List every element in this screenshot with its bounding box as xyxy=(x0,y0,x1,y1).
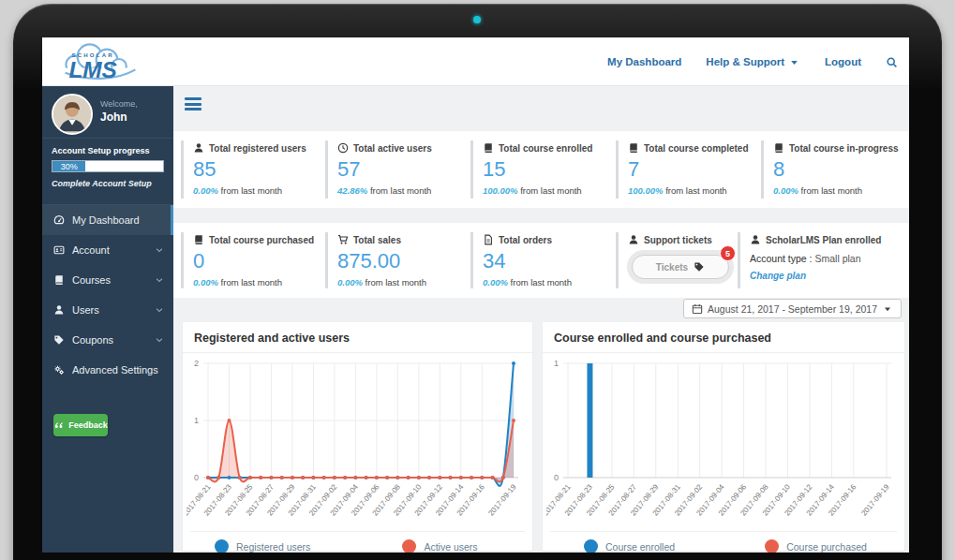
svg-text:2017-09-19: 2017-09-19 xyxy=(486,482,518,518)
welcome-label: Welcome, xyxy=(100,99,138,109)
stat-label: Total course completed xyxy=(644,143,749,154)
account-setup-block: Account Setup progress 30% Complete Acco… xyxy=(52,146,164,188)
logo-main-text: LMS xyxy=(68,57,116,82)
stat-label: Total course purchased xyxy=(209,235,314,245)
nav-my-dashboard[interactable]: My Dashboard xyxy=(607,56,681,67)
stat-label: Total course in-progress xyxy=(789,143,899,154)
svg-text:1: 1 xyxy=(194,416,199,425)
stat-label: Total active users xyxy=(353,143,432,154)
book-icon xyxy=(483,142,494,154)
book-icon xyxy=(628,142,639,154)
stat-total-course-completed: Total course completed 7 100.00% from la… xyxy=(616,140,756,199)
gauge-icon xyxy=(53,214,65,226)
legend-item: Registered users xyxy=(215,539,310,553)
user-icon xyxy=(53,304,65,316)
sidebar-item-account[interactable]: Account xyxy=(42,235,173,265)
chart-title: Course enrolled and course purchased xyxy=(543,322,904,353)
stat-label: Total registered users xyxy=(209,143,306,154)
app-screen: SCHOLAR LMS My Dashboard Help & Support … xyxy=(42,37,909,553)
chart-panel-registered-active: Registered and active users 0122017-08-2… xyxy=(183,322,532,551)
stat-total-course-in-progress: Total course in-progress 8 0.00% from la… xyxy=(761,140,903,199)
stat-sub: 42.86% from last month xyxy=(337,185,466,196)
account-type-line: Account type : Small plan xyxy=(750,253,903,264)
chevron-down-icon xyxy=(155,275,164,285)
device-camera-dot xyxy=(473,16,481,23)
stat-total-course-purchased: Total course purchased 0 0.00% from last… xyxy=(181,232,321,288)
main-content: Total registered users 85 0.00% from las… xyxy=(173,86,909,553)
legend-dot-orange xyxy=(765,539,779,553)
chevron-down-icon xyxy=(155,335,164,345)
top-header: SCHOLAR LMS My Dashboard Help & Support … xyxy=(42,37,909,86)
stat-sub: 100.00% from last month xyxy=(628,185,756,196)
stat-value: 85 xyxy=(193,157,321,182)
gears-icon xyxy=(53,364,65,376)
stat-value: 34 xyxy=(483,249,611,273)
caret-down-icon xyxy=(882,303,893,315)
stat-label: Total orders xyxy=(499,235,552,245)
bar-chart: 012017-08-212017-08-232017-08-252017-08-… xyxy=(546,357,901,531)
support-tickets-card: Support tickets Tickets 5 xyxy=(616,232,734,288)
sidebar-item-users[interactable]: Users xyxy=(42,295,173,325)
cart-icon xyxy=(337,234,349,245)
complete-account-setup-link[interactable]: Complete Account Setup xyxy=(52,179,164,188)
plan-card: ScholarLMS Plan enrolled Account type : … xyxy=(738,232,903,288)
stat-label: Total course enrolled xyxy=(499,143,592,154)
clock-icon xyxy=(337,142,349,154)
search-icon[interactable] xyxy=(886,56,898,68)
chart-legend: Course enrolled Course purchased xyxy=(550,531,897,553)
stat-label: Total sales xyxy=(353,235,401,245)
id-card-icon xyxy=(53,244,65,256)
stat-value: 875.00 xyxy=(337,249,466,273)
sidebar-item-label: Advanced Settings xyxy=(72,364,158,376)
support-tickets-label: Support tickets xyxy=(644,235,712,245)
legend-item: Active users xyxy=(402,539,477,553)
sidebar-item-label: My Dashboard xyxy=(72,214,140,226)
stat-value: 57 xyxy=(337,157,466,182)
profile-block: Welcome, John xyxy=(42,86,173,139)
date-range-picker[interactable]: August 21, 2017 - September 19, 2017 xyxy=(683,299,902,318)
svg-text:0: 0 xyxy=(194,473,199,482)
tag-icon xyxy=(53,334,65,346)
sidebar: Welcome, John Account Setup progress 30%… xyxy=(42,86,173,553)
tickets-badge: 5 xyxy=(720,245,736,261)
sidebar-item-advanced-settings[interactable]: Advanced Settings xyxy=(42,355,173,385)
chart-title: Registered and active users xyxy=(183,322,532,353)
change-plan-link[interactable]: Change plan xyxy=(750,271,903,281)
setup-progress-fill: 30% xyxy=(52,161,85,171)
feedback-button[interactable]: Feedback xyxy=(53,414,108,436)
feedback-label: Feedback xyxy=(68,420,108,430)
book-icon xyxy=(193,234,204,245)
user-icon xyxy=(750,234,761,245)
svg-text:2017-09-19: 2017-09-19 xyxy=(859,482,891,518)
hamburger-menu-icon[interactable] xyxy=(185,97,201,111)
user-name: John xyxy=(100,111,127,124)
sidebar-menu: My Dashboard Account Courses Users xyxy=(42,204,173,385)
chart-legend: Registered users Active users xyxy=(190,531,525,553)
line-chart: 0122017-08-212017-08-232017-08-252017-08… xyxy=(187,357,529,531)
nav-logout[interactable]: Logout xyxy=(825,56,861,67)
legend-item: Course purchased xyxy=(765,539,867,553)
scholar-lms-logo[interactable]: SCHOLAR LMS xyxy=(55,40,145,84)
sidebar-item-courses[interactable]: Courses xyxy=(42,265,173,295)
sidebar-item-label: Courses xyxy=(72,274,111,286)
nav-help-support[interactable]: Help & Support xyxy=(706,56,800,68)
sidebar-item-my-dashboard[interactable]: My Dashboard xyxy=(42,205,173,235)
sidebar-item-coupons[interactable]: Coupons xyxy=(42,325,173,355)
user-icon xyxy=(628,234,639,245)
chart-panel-enrolled-purchased: Course enrolled and course purchased 012… xyxy=(543,322,904,551)
avatar[interactable] xyxy=(52,94,93,135)
stat-sub: 0.00% from last month xyxy=(193,185,321,196)
svg-text:1: 1 xyxy=(554,359,559,368)
calendar-icon xyxy=(692,303,703,315)
stat-value: 15 xyxy=(483,157,611,182)
user-icon xyxy=(193,142,204,154)
svg-text:2: 2 xyxy=(194,359,199,368)
legend-dot-orange xyxy=(402,539,416,553)
sidebar-item-label: Account xyxy=(72,244,110,256)
book-icon xyxy=(53,274,65,286)
caret-down-icon xyxy=(788,56,800,68)
tickets-button[interactable]: Tickets 5 xyxy=(632,255,729,279)
legend-dot-blue xyxy=(215,539,229,553)
stat-value: 8 xyxy=(773,157,903,182)
setup-progress-bar: 30% xyxy=(52,160,164,172)
